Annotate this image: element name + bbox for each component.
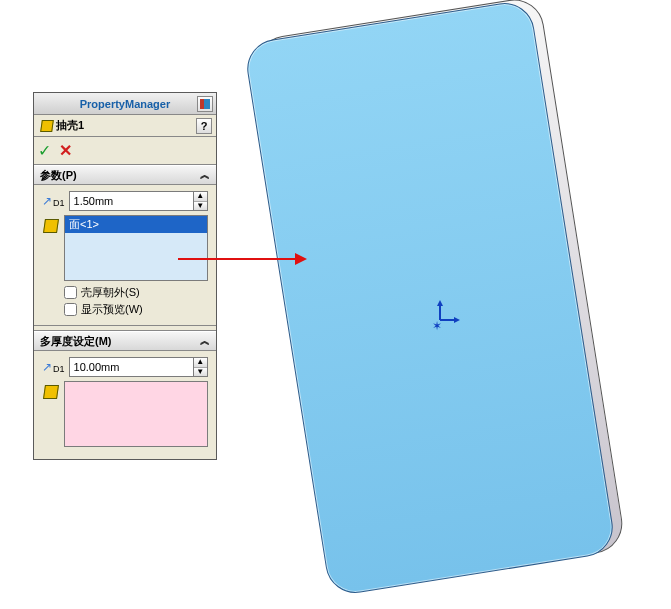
ok-button[interactable]: ✓ xyxy=(38,141,51,160)
pin-button[interactable] xyxy=(197,96,213,112)
panel-title: PropertyManager xyxy=(80,98,170,110)
thickness-spin-down[interactable]: ▼ xyxy=(194,201,207,211)
action-bar: ✓ ✕ xyxy=(34,137,216,165)
shell-outward-label: 壳厚朝外(S) xyxy=(81,285,140,300)
cancel-button[interactable]: ✕ xyxy=(59,141,72,160)
section-title-multithickness: 多厚度设定(M) xyxy=(40,334,112,349)
multi-thickness-input-wrap: ▲ ▼ xyxy=(69,357,208,377)
multi-thickness-input[interactable] xyxy=(70,358,193,376)
chevron-icon: ︽ xyxy=(200,334,210,348)
shell-outward-row[interactable]: 壳厚朝外(S) xyxy=(64,285,208,300)
show-preview-checkbox[interactable] xyxy=(64,303,77,316)
section-title-parameters: 参数(P) xyxy=(40,168,77,183)
feature-name: 抽壳1 xyxy=(56,118,84,133)
show-preview-row[interactable]: 显示预览(W) xyxy=(64,302,208,317)
panel-header: PropertyManager xyxy=(34,93,216,115)
section-body-parameters: ↗D1 ▲ ▼ 面<1> 壳厚朝外(S) 显示预览(W) xyxy=(34,185,216,325)
thickness-input-wrap: ▲ ▼ xyxy=(69,191,208,211)
face-selection-icon xyxy=(42,383,60,401)
svg-rect-1 xyxy=(204,99,210,109)
shell-outward-checkbox[interactable] xyxy=(64,286,77,299)
svg-rect-0 xyxy=(200,99,204,109)
section-body-multithickness: ↗D1 ▲ ▼ xyxy=(34,351,216,459)
section-head-parameters[interactable]: 参数(P) ︽ xyxy=(34,165,216,185)
multi-thickness-spin-up[interactable]: ▲ xyxy=(194,358,207,367)
multi-thickness-spin-down[interactable]: ▼ xyxy=(194,367,207,377)
section-head-multithickness[interactable]: 多厚度设定(M) ︽ xyxy=(34,331,216,351)
thickness-spin-up[interactable]: ▲ xyxy=(194,192,207,201)
shell-feature-icon xyxy=(38,118,56,134)
d1-icon: ↗D1 xyxy=(42,360,65,374)
thickness-input[interactable] xyxy=(70,192,193,210)
multi-faces-listbox[interactable] xyxy=(64,381,208,447)
show-preview-label: 显示预览(W) xyxy=(81,302,143,317)
graphics-viewport[interactable] xyxy=(255,8,655,598)
chevron-icon: ︽ xyxy=(200,168,210,182)
face-selection-icon xyxy=(42,217,60,235)
list-item[interactable]: 面<1> xyxy=(65,216,207,233)
property-manager-panel: PropertyManager 抽壳1 ? ✓ ✕ 参数(P) ︽ ↗D1 ▲ … xyxy=(33,92,217,460)
faces-listbox[interactable]: 面<1> xyxy=(64,215,208,281)
feature-row: 抽壳1 ? xyxy=(34,115,216,137)
callout-arrowhead-icon xyxy=(295,253,307,265)
model-body[interactable] xyxy=(243,0,617,597)
d1-icon: ↗D1 xyxy=(42,194,65,208)
help-button[interactable]: ? xyxy=(196,118,212,134)
selected-face[interactable] xyxy=(243,0,617,597)
callout-arrow-icon xyxy=(178,258,298,260)
